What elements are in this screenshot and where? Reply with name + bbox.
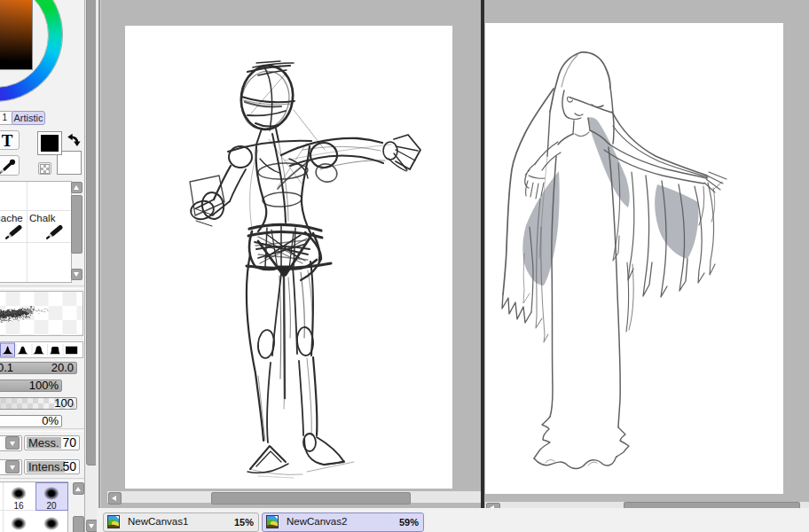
svg-text:T: T <box>2 131 13 149</box>
